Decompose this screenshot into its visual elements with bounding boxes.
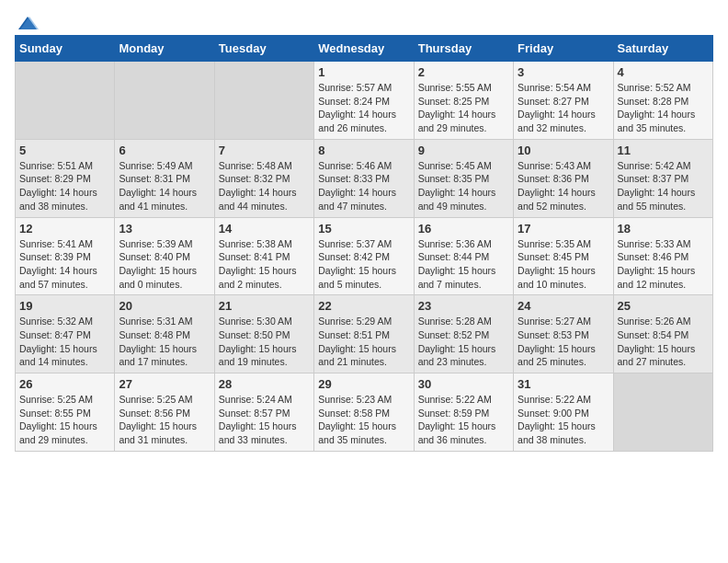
- day-info: Sunrise: 5:27 AM Sunset: 8:53 PM Dayligh…: [518, 315, 609, 369]
- calendar-cell: 2Sunrise: 5:55 AM Sunset: 8:25 PM Daylig…: [414, 62, 513, 140]
- day-number: 3: [518, 65, 609, 79]
- day-info: Sunrise: 5:23 AM Sunset: 8:58 PM Dayligh…: [318, 393, 409, 447]
- day-number: 9: [418, 144, 509, 157]
- calendar-cell: 4Sunrise: 5:52 AM Sunset: 8:28 PM Daylig…: [613, 62, 712, 140]
- calendar-week-row: 12Sunrise: 5:41 AM Sunset: 8:39 PM Dayli…: [16, 217, 713, 295]
- calendar-cell: 28Sunrise: 5:24 AM Sunset: 8:57 PM Dayli…: [214, 373, 313, 452]
- calendar-cell: 12Sunrise: 5:41 AM Sunset: 8:39 PM Dayli…: [16, 217, 115, 295]
- day-info: Sunrise: 5:22 AM Sunset: 9:00 PM Dayligh…: [518, 393, 609, 447]
- day-info: Sunrise: 5:30 AM Sunset: 8:50 PM Dayligh…: [219, 315, 310, 369]
- day-info: Sunrise: 5:51 AM Sunset: 8:29 PM Dayligh…: [19, 159, 110, 213]
- calendar-cell: 14Sunrise: 5:38 AM Sunset: 8:41 PM Dayli…: [214, 217, 313, 295]
- calendar-cell: 1Sunrise: 5:57 AM Sunset: 8:24 PM Daylig…: [314, 62, 414, 140]
- day-number: 28: [219, 377, 310, 391]
- calendar-cell: 10Sunrise: 5:43 AM Sunset: 8:36 PM Dayli…: [514, 139, 613, 217]
- day-info: Sunrise: 5:37 AM Sunset: 8:42 PM Dayligh…: [318, 237, 409, 292]
- day-number: 14: [219, 222, 310, 236]
- day-info: Sunrise: 5:41 AM Sunset: 8:39 PM Dayligh…: [19, 237, 110, 292]
- day-number: 7: [219, 144, 310, 157]
- day-info: Sunrise: 5:48 AM Sunset: 8:32 PM Dayligh…: [219, 159, 310, 213]
- day-info: Sunrise: 5:36 AM Sunset: 8:44 PM Dayligh…: [418, 237, 509, 292]
- day-info: Sunrise: 5:42 AM Sunset: 8:37 PM Dayligh…: [618, 159, 709, 213]
- day-info: Sunrise: 5:25 AM Sunset: 8:56 PM Dayligh…: [119, 393, 210, 447]
- calendar-week-row: 1Sunrise: 5:57 AM Sunset: 8:24 PM Daylig…: [16, 62, 713, 140]
- weekday-header-saturday: Saturday: [613, 36, 712, 62]
- calendar-cell: 18Sunrise: 5:33 AM Sunset: 8:46 PM Dayli…: [613, 217, 712, 295]
- calendar-cell: 3Sunrise: 5:54 AM Sunset: 8:27 PM Daylig…: [514, 62, 613, 140]
- calendar-cell: 16Sunrise: 5:36 AM Sunset: 8:44 PM Dayli…: [414, 217, 513, 295]
- logo-icon: [17, 15, 39, 31]
- calendar-cell: 26Sunrise: 5:25 AM Sunset: 8:55 PM Dayli…: [16, 373, 115, 452]
- day-number: 19: [19, 299, 110, 313]
- day-info: Sunrise: 5:35 AM Sunset: 8:45 PM Dayligh…: [518, 237, 609, 292]
- day-number: 30: [418, 377, 509, 391]
- calendar-cell: 15Sunrise: 5:37 AM Sunset: 8:42 PM Dayli…: [314, 217, 414, 295]
- weekday-header-wednesday: Wednesday: [314, 36, 414, 62]
- calendar-cell: 6Sunrise: 5:49 AM Sunset: 8:31 PM Daylig…: [115, 139, 214, 217]
- day-number: 16: [418, 222, 509, 236]
- calendar-week-row: 26Sunrise: 5:25 AM Sunset: 8:55 PM Dayli…: [16, 373, 713, 452]
- day-number: 11: [618, 144, 709, 157]
- day-number: 23: [418, 299, 509, 313]
- day-info: Sunrise: 5:25 AM Sunset: 8:55 PM Dayligh…: [19, 393, 110, 447]
- day-number: 13: [119, 222, 210, 236]
- weekday-header-thursday: Thursday: [414, 36, 513, 62]
- calendar-cell: [16, 62, 115, 140]
- weekday-header-sunday: Sunday: [16, 36, 115, 62]
- day-number: 10: [518, 144, 609, 157]
- day-number: 26: [19, 377, 110, 391]
- day-info: Sunrise: 5:39 AM Sunset: 8:40 PM Dayligh…: [119, 237, 210, 292]
- calendar-cell: 29Sunrise: 5:23 AM Sunset: 8:58 PM Dayli…: [314, 373, 414, 452]
- day-info: Sunrise: 5:29 AM Sunset: 8:51 PM Dayligh…: [318, 315, 409, 369]
- day-info: Sunrise: 5:28 AM Sunset: 8:52 PM Dayligh…: [418, 315, 509, 369]
- day-number: 8: [318, 144, 409, 157]
- day-number: 25: [618, 299, 709, 313]
- calendar-cell: 30Sunrise: 5:22 AM Sunset: 8:59 PM Dayli…: [414, 373, 513, 452]
- calendar-table: SundayMondayTuesdayWednesdayThursdayFrid…: [15, 35, 713, 452]
- day-info: Sunrise: 5:32 AM Sunset: 8:47 PM Dayligh…: [19, 315, 110, 369]
- calendar-cell: [115, 62, 214, 140]
- day-info: Sunrise: 5:49 AM Sunset: 8:31 PM Dayligh…: [119, 159, 210, 213]
- logo: [15, 15, 39, 28]
- calendar-cell: 24Sunrise: 5:27 AM Sunset: 8:53 PM Dayli…: [514, 295, 613, 373]
- weekday-header-row: SundayMondayTuesdayWednesdayThursdayFrid…: [16, 36, 713, 62]
- day-number: 12: [19, 222, 110, 236]
- calendar-cell: 9Sunrise: 5:45 AM Sunset: 8:35 PM Daylig…: [414, 139, 513, 217]
- calendar-cell: [613, 373, 712, 452]
- day-number: 29: [318, 377, 409, 391]
- calendar-cell: [214, 62, 313, 140]
- day-number: 24: [518, 299, 609, 313]
- day-info: Sunrise: 5:55 AM Sunset: 8:25 PM Dayligh…: [418, 81, 509, 135]
- day-number: 31: [518, 377, 609, 391]
- calendar-cell: 23Sunrise: 5:28 AM Sunset: 8:52 PM Dayli…: [414, 295, 513, 373]
- calendar-week-row: 5Sunrise: 5:51 AM Sunset: 8:29 PM Daylig…: [16, 139, 713, 217]
- weekday-header-tuesday: Tuesday: [214, 36, 313, 62]
- day-number: 2: [418, 65, 509, 79]
- calendar-cell: 11Sunrise: 5:42 AM Sunset: 8:37 PM Dayli…: [613, 139, 712, 217]
- calendar-cell: 17Sunrise: 5:35 AM Sunset: 8:45 PM Dayli…: [514, 217, 613, 295]
- day-info: Sunrise: 5:22 AM Sunset: 8:59 PM Dayligh…: [418, 393, 509, 447]
- day-info: Sunrise: 5:54 AM Sunset: 8:27 PM Dayligh…: [518, 81, 609, 135]
- weekday-header-monday: Monday: [115, 36, 214, 62]
- day-number: 17: [518, 222, 609, 236]
- calendar-cell: 19Sunrise: 5:32 AM Sunset: 8:47 PM Dayli…: [16, 295, 115, 373]
- calendar-cell: 13Sunrise: 5:39 AM Sunset: 8:40 PM Dayli…: [115, 217, 214, 295]
- day-number: 21: [219, 299, 310, 313]
- weekday-header-friday: Friday: [514, 36, 613, 62]
- calendar-cell: 27Sunrise: 5:25 AM Sunset: 8:56 PM Dayli…: [115, 373, 214, 452]
- day-number: 4: [618, 65, 709, 79]
- calendar-cell: 20Sunrise: 5:31 AM Sunset: 8:48 PM Dayli…: [115, 295, 214, 373]
- day-number: 15: [318, 222, 409, 236]
- day-number: 27: [119, 377, 210, 391]
- calendar-cell: 31Sunrise: 5:22 AM Sunset: 9:00 PM Dayli…: [514, 373, 613, 452]
- day-number: 1: [318, 65, 409, 79]
- day-number: 20: [119, 299, 210, 313]
- day-number: 18: [618, 222, 709, 236]
- calendar-cell: 7Sunrise: 5:48 AM Sunset: 8:32 PM Daylig…: [214, 139, 313, 217]
- page-header: [15, 15, 713, 28]
- day-info: Sunrise: 5:31 AM Sunset: 8:48 PM Dayligh…: [119, 315, 210, 369]
- day-info: Sunrise: 5:38 AM Sunset: 8:41 PM Dayligh…: [219, 237, 310, 292]
- day-number: 22: [318, 299, 409, 313]
- calendar-cell: 8Sunrise: 5:46 AM Sunset: 8:33 PM Daylig…: [314, 139, 414, 217]
- day-info: Sunrise: 5:46 AM Sunset: 8:33 PM Dayligh…: [318, 159, 409, 213]
